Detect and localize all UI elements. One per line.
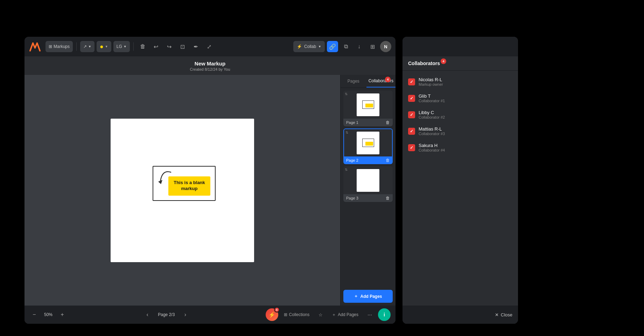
separator-1 xyxy=(76,42,77,51)
more-btn[interactable]: ⋯ xyxy=(364,309,375,320)
markups-btn[interactable]: ⊞ Markups xyxy=(46,41,73,52)
collab-checkbox-3 xyxy=(408,128,415,135)
canvas-page: This is a blank markup xyxy=(111,119,254,262)
page-item-2[interactable]: ⇅ Page 2 🗑 xyxy=(343,128,393,164)
canvas-area: This is a blank markup xyxy=(24,75,340,306)
page-3-sort-btn[interactable]: ⇅ xyxy=(345,168,348,172)
collab-role-0: Markup owner xyxy=(419,82,512,86)
undo-icon: ↩ xyxy=(154,43,158,50)
page-2-thumb xyxy=(357,132,379,154)
expand-icon: ⤢ xyxy=(207,43,211,50)
page-3-label-bar: Page 3 🗑 xyxy=(343,194,393,202)
collab-icon: ⚡ xyxy=(297,44,302,49)
title-area: New Markup Created 8/12/24 by You xyxy=(24,56,396,75)
crop-icon: ⊡ xyxy=(180,43,185,50)
copy-btn[interactable]: ⧉ xyxy=(340,41,351,52)
collab-name-0: Nicolas R-L xyxy=(419,77,512,82)
color-picker-btn[interactable]: ● ▼ xyxy=(97,41,111,52)
collab-info-2: Libby C Collaborator #2 xyxy=(419,110,512,119)
content-area: This is a blank markup Pages Collaborato… xyxy=(24,75,396,306)
undo-btn[interactable]: ↩ xyxy=(150,41,162,52)
collab-fab-icon: ⚡ xyxy=(268,312,275,318)
prev-page-btn[interactable]: ‹ xyxy=(142,310,152,320)
collab-panel-badge: 4 xyxy=(441,58,446,64)
add-pages-plus-icon: ＋ xyxy=(354,293,358,299)
collections-btn[interactable]: ⊞ Collections xyxy=(281,310,313,319)
collab-item-0[interactable]: Nicolas R-L Markup owner xyxy=(402,74,518,90)
redo-btn[interactable]: ↪ xyxy=(164,41,175,52)
size-label: LG xyxy=(117,44,122,49)
page-1-sort-btn[interactable]: ⇅ xyxy=(345,92,348,96)
collab-list: Nicolas R-L Markup owner Glib T Collabor… xyxy=(402,71,518,306)
color-circle-icon: ● xyxy=(100,43,104,50)
collections-label: Collections xyxy=(289,312,310,317)
collab-info-3: Mattias R-L Collaborator #3 xyxy=(419,126,512,136)
page-item-1[interactable]: ⇅ Page 1 🗑 xyxy=(343,91,393,126)
page-3-thumb xyxy=(357,169,379,192)
download-btn[interactable]: ↓ xyxy=(354,41,365,52)
link-btn[interactable]: 🔗 xyxy=(327,41,338,52)
layers-icon: ⊞ xyxy=(49,44,52,49)
collab-item-3[interactable]: Mattias R-L Collaborator #3 xyxy=(402,123,518,139)
collab-info-1: Glib T Collaborator #1 xyxy=(419,93,512,103)
markup-element[interactable]: This is a blank markup xyxy=(146,161,216,201)
add-pages-bottom-plus-icon: ＋ xyxy=(332,312,336,318)
page-2-sort-btn[interactable]: ⇅ xyxy=(345,131,348,134)
add-pages-bottom-btn[interactable]: ＋ Add Pages xyxy=(329,310,361,320)
top-toolbar: ⊞ Markups ↗ ▼ ● ▼ LG ▼ 🗑 ↩ ↪ xyxy=(24,37,396,56)
app-logo xyxy=(29,40,41,53)
separator-2 xyxy=(133,42,134,51)
arrow-dropdown-icon: ▼ xyxy=(88,45,91,48)
collections-grid-icon: ⊞ xyxy=(284,312,287,317)
user-initial: N xyxy=(384,44,387,49)
expand-btn[interactable]: ⤢ xyxy=(204,41,215,52)
page-item-3[interactable]: ⇅ Page 3 🗑 xyxy=(343,166,393,202)
color-dropdown-icon: ▼ xyxy=(105,45,108,48)
created-info: Created 8/12/24 by xyxy=(190,67,223,71)
collab-item-1[interactable]: Glib T Collaborator #1 xyxy=(402,90,518,106)
collab-fab-btn[interactable]: ⚡ 4 xyxy=(266,308,278,321)
collab-item-2[interactable]: Libby C Collaborator #2 xyxy=(402,106,518,123)
size-dropdown-btn[interactable]: LG ▼ xyxy=(113,41,130,52)
page-3-delete-btn[interactable]: 🗑 xyxy=(386,196,390,201)
collab-panel-title-bar: Collaborators 4 xyxy=(402,56,518,71)
user-avatar-btn[interactable]: N xyxy=(380,41,391,52)
page-1-mini-box xyxy=(362,100,374,109)
add-pages-btn[interactable]: ＋ Add Pages xyxy=(343,290,393,303)
star-btn[interactable]: ☆ xyxy=(315,309,326,320)
info-btn[interactable]: i xyxy=(378,308,391,321)
zoom-out-btn[interactable]: − xyxy=(29,310,39,320)
collab-role-4: Collaborator #4 xyxy=(419,148,512,152)
page-3-thumb-container: ⇅ xyxy=(343,166,393,194)
zoom-out-icon: − xyxy=(33,312,36,318)
tab-collaborators[interactable]: Collaborators 4 xyxy=(366,75,396,88)
crop-btn[interactable]: ⊡ xyxy=(177,41,188,52)
page-2-delete-btn[interactable]: 🗑 xyxy=(386,158,390,163)
grid-btn[interactable]: ⊞ xyxy=(367,41,378,52)
collab-checkbox-1 xyxy=(408,95,415,102)
created-by: You xyxy=(224,67,230,71)
arrow-tool-btn[interactable]: ↗ ▼ xyxy=(80,41,94,52)
collab-btn[interactable]: ⚡ Collab ▼ xyxy=(293,41,325,52)
page-title: New Markup xyxy=(24,61,396,66)
collab-name-4: Sakura H xyxy=(419,143,512,148)
trash-icon: 🗑 xyxy=(140,43,146,50)
collab-info-0: Nicolas R-L Markup owner xyxy=(419,77,512,86)
page-2-thumb-container: ⇅ xyxy=(343,128,393,156)
pen-btn[interactable]: ✒ xyxy=(190,41,202,52)
bottom-toolbar: − 50% + ‹ Page 2/3 › ⚡ 4 ⊞ Collections ☆ xyxy=(24,306,396,324)
more-icon: ⋯ xyxy=(368,312,372,317)
app-window: ⊞ Markups ↗ ▼ ● ▼ LG ▼ 🗑 ↩ ↪ xyxy=(24,37,396,324)
page-1-delete-btn[interactable]: 🗑 xyxy=(386,120,390,125)
collab-dropdown-icon: ▼ xyxy=(318,45,321,48)
next-page-btn[interactable]: › xyxy=(180,310,190,320)
page-indicator: Page 2/3 xyxy=(155,312,177,317)
tab-pages[interactable]: Pages xyxy=(341,75,366,88)
pages-sidebar: Pages Collaborators 4 ⇅ xyxy=(340,75,396,306)
close-panel-btn[interactable]: ✕ Close xyxy=(495,312,512,317)
collab-item-4[interactable]: Sakura H Collaborator #4 xyxy=(402,139,518,156)
zoom-in-btn[interactable]: + xyxy=(57,310,67,320)
delete-btn[interactable]: 🗑 xyxy=(137,41,148,52)
zoom-in-icon: + xyxy=(61,312,64,318)
redo-icon: ↪ xyxy=(167,43,172,50)
